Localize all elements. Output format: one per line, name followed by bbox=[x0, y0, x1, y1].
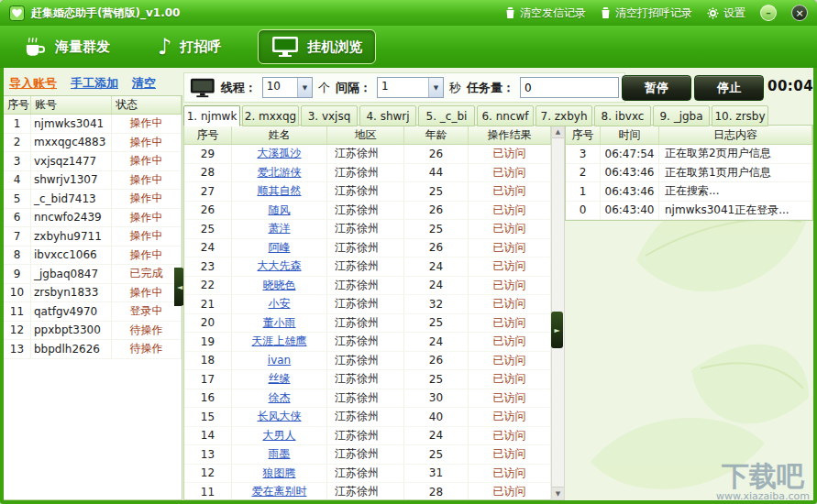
account-row[interactable]: 13 bbpdlh2626 待操作 bbox=[4, 340, 182, 359]
profile-link[interactable]: 随风 bbox=[232, 202, 327, 220]
thread-count-select[interactable]: 10 ▼ bbox=[262, 77, 313, 98]
clear-accounts-link[interactable]: 清空 bbox=[132, 75, 156, 92]
thread-unit: 个 bbox=[318, 80, 330, 96]
column-header-no: 序号 bbox=[4, 96, 31, 114]
session-tab[interactable]: 4. shwrj bbox=[359, 105, 416, 126]
account-row[interactable]: 7 zxbyhu9711 操作中 bbox=[4, 227, 182, 247]
scroll-up-icon[interactable]: ▲ bbox=[552, 126, 564, 138]
session-tab[interactable]: 2. mxxqg bbox=[242, 105, 299, 126]
profile-link[interactable]: ivan bbox=[232, 352, 327, 370]
result-row[interactable]: 18 ivan 江苏徐州 26 已访问 bbox=[184, 352, 551, 371]
session-tab[interactable]: 9. _jgba bbox=[653, 105, 710, 126]
account-row[interactable]: 12 ppxbpt3300 待操作 bbox=[4, 322, 182, 341]
clear-greet-records-button[interactable]: 清空打招呼记录 bbox=[601, 5, 692, 21]
result-row[interactable]: 16 徐杰 江苏徐州 30 已访问 bbox=[184, 389, 551, 409]
profile-link[interactable]: 晓晓色 bbox=[232, 277, 327, 295]
profile-link[interactable]: 长风大侠 bbox=[232, 408, 327, 426]
result-row[interactable]: 23 大大先森 江苏徐州 24 已访问 bbox=[184, 257, 551, 277]
nav-tab-idle-browse[interactable]: 挂机浏览 bbox=[258, 29, 376, 64]
status-badge: 操作中 bbox=[112, 152, 182, 170]
column-header-time: 时间 bbox=[601, 126, 659, 144]
visit-result: 已访问 bbox=[469, 483, 551, 500]
result-row[interactable]: 27 顺其自然 江苏徐州 25 已访问 bbox=[184, 182, 551, 202]
profile-link[interactable]: 大男人 bbox=[232, 427, 327, 445]
result-row[interactable]: 24 阿峰 江苏徐州 26 已访问 bbox=[184, 239, 551, 258]
account-row[interactable]: 11 qatfgv4970 登录中 bbox=[4, 302, 182, 322]
log-row[interactable]: 0 06:43:40 njmwks3041正在登录... bbox=[566, 202, 812, 221]
session-tab[interactable]: 6. nncwf bbox=[477, 105, 534, 126]
result-row[interactable]: 25 萧洋 江苏徐州 25 已访问 bbox=[184, 220, 551, 239]
account-row[interactable]: 5 _c_bid7413 操作中 bbox=[4, 190, 182, 209]
session-tab[interactable]: 8. ibvxc bbox=[594, 105, 651, 126]
column-header-status: 状态 bbox=[112, 96, 182, 114]
profile-link[interactable]: 小安 bbox=[232, 295, 327, 313]
profile-link[interactable]: 大大先森 bbox=[232, 257, 327, 276]
interval-label: 间隔： bbox=[336, 80, 371, 96]
nav-tab-label: 打招呼 bbox=[180, 38, 221, 56]
manual-add-link[interactable]: 手工添加 bbox=[71, 75, 118, 92]
pause-button[interactable]: 暂停 bbox=[622, 75, 691, 101]
account-row[interactable]: 3 vxjsqz1477 操作中 bbox=[4, 152, 182, 171]
collapse-right-panel-handle[interactable]: ► bbox=[551, 312, 563, 348]
task-count-input[interactable] bbox=[520, 77, 619, 98]
minimize-button[interactable]: – bbox=[760, 5, 777, 21]
profile-link[interactable]: 大溪孤沙 bbox=[232, 145, 327, 163]
result-row[interactable]: 19 天涯上雄鹰 江苏徐州 24 已访问 bbox=[184, 333, 551, 352]
profile-link[interactable]: 丝缘 bbox=[232, 370, 327, 389]
task-count-label: 任务量： bbox=[467, 80, 514, 96]
profile-link[interactable]: 萧洋 bbox=[232, 220, 327, 238]
profile-link[interactable]: 爱在离别时 bbox=[232, 483, 327, 500]
profile-link[interactable]: 爱北游侠 bbox=[232, 164, 327, 182]
profile-link[interactable]: 顺其自然 bbox=[232, 182, 327, 201]
session-tab[interactable]: 5. _c_bi bbox=[418, 105, 475, 126]
status-badge: 操作中 bbox=[112, 134, 182, 152]
settings-button[interactable]: 设置 bbox=[707, 5, 745, 21]
profile-link[interactable]: 天涯上雄鹰 bbox=[232, 333, 327, 351]
account-row[interactable]: 1 njmwks3041 操作中 bbox=[4, 115, 182, 134]
nav-tab-mass-send[interactable]: 海量群发 bbox=[13, 32, 121, 62]
close-button[interactable]: × bbox=[791, 5, 808, 21]
profile-link[interactable]: 徐杰 bbox=[232, 389, 327, 408]
log-row[interactable]: 2 06:43:46 正在取第1页用户信息 bbox=[566, 164, 812, 183]
status-badge: 操作中 bbox=[112, 171, 182, 190]
import-accounts-link[interactable]: 导入账号 bbox=[9, 75, 57, 92]
log-row[interactable]: 1 06:43:46 正在搜索... bbox=[566, 182, 812, 202]
profile-link[interactable]: 狼图腾 bbox=[232, 465, 327, 483]
thread-count-value: 10 bbox=[263, 78, 297, 97]
result-row[interactable]: 11 爱在离别时 江苏徐州 28 已访问 bbox=[184, 483, 551, 500]
nav-tab-greet[interactable]: ♪ 打招呼 bbox=[147, 31, 232, 62]
account-row[interactable]: 6 nncwfo2439 操作中 bbox=[4, 209, 182, 228]
log-row[interactable]: 3 06:47:54 正在取第2页用户信息 bbox=[566, 145, 812, 164]
result-row[interactable]: 22 晓晓色 江苏徐州 24 已访问 bbox=[184, 277, 551, 296]
session-tab[interactable]: 1. njmwk bbox=[183, 105, 240, 126]
result-row[interactable]: 15 长风大侠 江苏徐州 40 已访问 bbox=[184, 408, 551, 427]
log-panel: 序号 时间 日志内容 3 06:47:54 正在取第2页用户信息 2 bbox=[565, 125, 813, 221]
interval-select[interactable]: 1 ▼ bbox=[377, 77, 444, 98]
session-tab[interactable]: 3. vxjsq bbox=[301, 105, 358, 126]
result-row[interactable]: 29 大溪孤沙 江苏徐州 26 已访问 bbox=[184, 145, 551, 164]
visit-result: 已访问 bbox=[469, 389, 551, 408]
profile-link[interactable]: 雨墨 bbox=[232, 445, 327, 464]
stop-button[interactable]: 停止 bbox=[694, 75, 764, 101]
result-row[interactable]: 14 大男人 江苏徐州 24 已访问 bbox=[184, 427, 551, 446]
result-row[interactable]: 26 随风 江苏徐州 26 已访问 bbox=[184, 202, 551, 221]
clear-send-records-button[interactable]: 清空发信记录 bbox=[505, 5, 586, 21]
result-row[interactable]: 20 董小雨 江苏徐州 25 已访问 bbox=[184, 314, 551, 334]
account-row[interactable]: 9 _jgbaq0847 已完成 bbox=[4, 265, 182, 284]
result-row[interactable]: 28 爱北游侠 江苏徐州 44 已访问 bbox=[184, 164, 551, 183]
result-row[interactable]: 21 小安 江苏徐州 32 已访问 bbox=[184, 295, 551, 314]
session-tab[interactable]: 10. zrsby bbox=[712, 105, 768, 126]
account-row[interactable]: 2 mxxqgc4883 操作中 bbox=[4, 134, 182, 153]
result-row[interactable]: 13 雨墨 江苏徐州 25 已访问 bbox=[184, 445, 551, 465]
profile-link[interactable]: 董小雨 bbox=[232, 314, 327, 333]
column-header-content: 日志内容 bbox=[659, 126, 812, 144]
elapsed-timer: 00:04:2 bbox=[767, 78, 813, 94]
account-row[interactable]: 4 shwrjv1307 操作中 bbox=[4, 171, 182, 191]
session-tab[interactable]: 7. zxbyh bbox=[535, 105, 592, 126]
account-row[interactable]: 8 ibvxcc1066 操作中 bbox=[4, 247, 182, 266]
account-row[interactable]: 10 zrsbyn1833 操作中 bbox=[4, 284, 182, 303]
scroll-down-icon[interactable]: ▼ bbox=[552, 487, 564, 499]
result-row[interactable]: 17 丝缘 江苏徐州 25 已访问 bbox=[184, 370, 551, 389]
result-row[interactable]: 12 狼图腾 江苏徐州 31 已访问 bbox=[184, 465, 551, 484]
profile-link[interactable]: 阿峰 bbox=[232, 239, 327, 257]
